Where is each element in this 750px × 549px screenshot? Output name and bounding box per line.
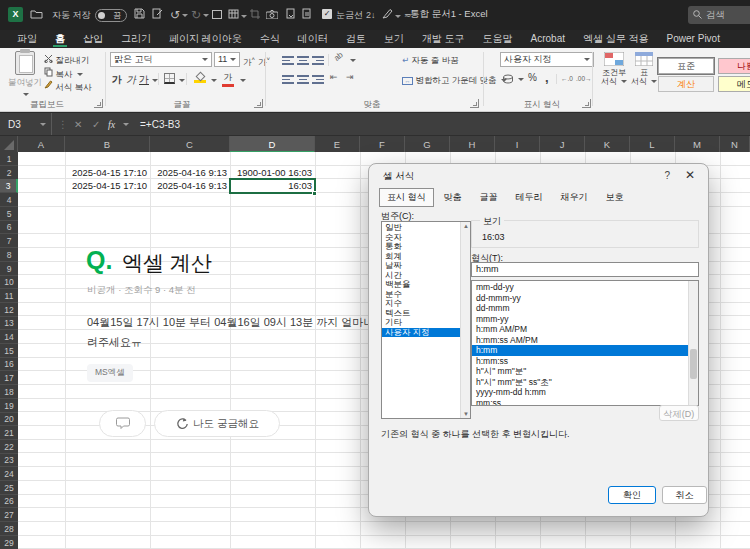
tab-home[interactable]: 홈	[46, 30, 74, 48]
row-header[interactable]: 20	[0, 412, 18, 426]
row-header[interactable]: 2	[0, 166, 18, 180]
row-header[interactable]: 10	[0, 275, 18, 289]
increase-decimal-icon[interactable]: ←.0	[561, 75, 573, 82]
cell-c3[interactable]: 2025-04-16 9:13	[150, 179, 230, 192]
accounting-caret[interactable]	[518, 78, 524, 81]
decrease-indent-icon[interactable]: ⇤	[330, 72, 338, 82]
column-header-f[interactable]: F	[360, 136, 405, 153]
search-box[interactable]: 검색	[688, 6, 750, 24]
column-header-a[interactable]: A	[18, 136, 65, 153]
alignment-dialog-launcher[interactable]	[470, 99, 479, 108]
format-item[interactable]: h:mm AM/PM	[472, 324, 689, 335]
merge-center-button[interactable]: ↔ 병합하고 가운데 맞춤	[402, 75, 507, 86]
orientation-icon[interactable]: ab	[332, 50, 345, 63]
percent-style-button[interactable]: %	[528, 72, 537, 83]
align-right-icon[interactable]	[312, 73, 324, 86]
font-color-button[interactable]: 가	[222, 71, 234, 87]
tab-formulas[interactable]: 수식	[251, 30, 289, 48]
number-format-combo[interactable]: 사용자 지정	[500, 52, 594, 67]
category-custom-selected[interactable]: 사용자 지정	[382, 328, 460, 338]
column-header-d[interactable]: D	[230, 136, 315, 153]
dialog-close-icon[interactable]: ✕	[685, 168, 695, 182]
row-header[interactable]: 14	[0, 330, 18, 344]
increase-indent-icon[interactable]: ⇥	[346, 72, 354, 82]
format-scrollbar[interactable]	[688, 281, 698, 405]
tab-help[interactable]: 도움말	[474, 30, 522, 48]
fill-handle[interactable]	[312, 191, 317, 196]
column-header-g[interactable]: G	[405, 136, 450, 153]
dialog-tab-alignment[interactable]: 맞춤	[436, 188, 470, 207]
row-header[interactable]: 8	[0, 248, 18, 262]
bold-button[interactable]: 가	[112, 73, 122, 87]
tab-insert[interactable]: 삽입	[74, 30, 112, 48]
row-header[interactable]: 7	[0, 234, 18, 248]
row-header[interactable]: 24	[0, 467, 18, 481]
column-header-e[interactable]: E	[315, 136, 360, 153]
row-header[interactable]: 4	[0, 193, 18, 207]
comma-style-button[interactable]: ,	[545, 70, 549, 85]
row-header[interactable]: 26	[0, 494, 18, 508]
row-header[interactable]: 16	[0, 357, 18, 371]
borders-icon[interactable]	[164, 73, 175, 84]
cell-style-calculation[interactable]: 계산	[658, 76, 714, 92]
row-header[interactable]: 3	[0, 179, 18, 193]
camera-icon[interactable]	[266, 6, 278, 24]
cancel-entry-icon[interactable]: ✕	[74, 113, 82, 136]
align-left-icon[interactable]	[282, 73, 294, 86]
dialog-tab-border[interactable]: 테두리	[508, 188, 551, 207]
enter-entry-icon[interactable]: ✓	[92, 113, 100, 136]
column-header-i[interactable]: I	[495, 136, 540, 153]
format-item[interactable]: h"시" mm"분"	[472, 366, 689, 377]
tab-file[interactable]: 파일	[8, 30, 46, 48]
format-listbox[interactable]: mm-dd-yy dd-mmm-yy dd-mmm mmm-yy h:mm AM…	[471, 280, 699, 406]
row-header[interactable]: 25	[0, 481, 18, 495]
format-item-selected[interactable]: h:mm	[472, 345, 689, 356]
shrink-font-button[interactable]: 가˅	[258, 54, 270, 68]
fill-color-button[interactable]	[194, 73, 206, 83]
column-header-k[interactable]: K	[585, 136, 630, 153]
format-item[interactable]: h"시" mm"분" ss"초"	[472, 377, 689, 388]
row-header[interactable]: 17	[0, 371, 18, 385]
tab-excel-practice[interactable]: 엑셀 실무 적용	[574, 30, 658, 48]
row-header[interactable]: 5	[0, 207, 18, 221]
comment-button[interactable]	[99, 410, 146, 437]
font-name-combo[interactable]: 맑은 고딕	[110, 52, 212, 67]
open-folder-icon[interactable]	[30, 6, 43, 24]
cell-b2[interactable]: 2025-04-15 17:10	[65, 166, 150, 179]
row-header[interactable]: 13	[0, 316, 18, 330]
fill-color-caret[interactable]	[211, 79, 217, 82]
autosave-toggle[interactable]: 끔	[95, 9, 127, 22]
type-input[interactable]: h:mm	[471, 262, 699, 277]
format-item[interactable]: dd-mmm	[472, 303, 689, 314]
column-header-m[interactable]: M	[675, 136, 720, 153]
row-header[interactable]: 18	[0, 385, 18, 399]
font-color-caret[interactable]	[240, 79, 246, 82]
dialog-tab-protection[interactable]: 보호	[598, 188, 632, 207]
fx-caret[interactable]	[123, 123, 129, 126]
row-header[interactable]: 21	[0, 426, 18, 440]
borders-caret[interactable]	[179, 79, 185, 82]
row-header[interactable]: 28	[0, 522, 18, 536]
row-header[interactable]: 11	[0, 289, 18, 303]
name-box-caret[interactable]	[40, 123, 46, 126]
format-item[interactable]: mmm-yy	[472, 314, 689, 325]
paste-button[interactable]: 붙여넣기	[6, 51, 44, 99]
formula-input[interactable]: =+C3-B3	[140, 113, 180, 136]
copy-button[interactable]: 복사	[44, 67, 83, 80]
ok-button[interactable]: 확인	[608, 486, 656, 504]
tab-review[interactable]: 검토	[337, 30, 375, 48]
dialog-tab-number[interactable]: 표시 형식	[379, 188, 434, 207]
accounting-format-icon[interactable]	[502, 74, 514, 86]
column-header-b[interactable]: B	[65, 136, 150, 153]
tab-data[interactable]: 데이터	[289, 30, 337, 48]
table-grid-icon[interactable]	[228, 6, 247, 24]
undo-icon[interactable]: ↺	[170, 6, 188, 24]
row-header[interactable]: 9	[0, 262, 18, 276]
format-item[interactable]: h:mm:ss AM/PM	[472, 335, 689, 346]
new-file-icon[interactable]	[212, 6, 222, 24]
align-middle-icon[interactable]	[297, 54, 309, 67]
column-header-h[interactable]: H	[450, 136, 495, 153]
gridlines-checkbox[interactable]: ✓	[322, 9, 332, 19]
row-header[interactable]: 15	[0, 344, 18, 358]
row-header[interactable]: 1	[0, 152, 18, 166]
